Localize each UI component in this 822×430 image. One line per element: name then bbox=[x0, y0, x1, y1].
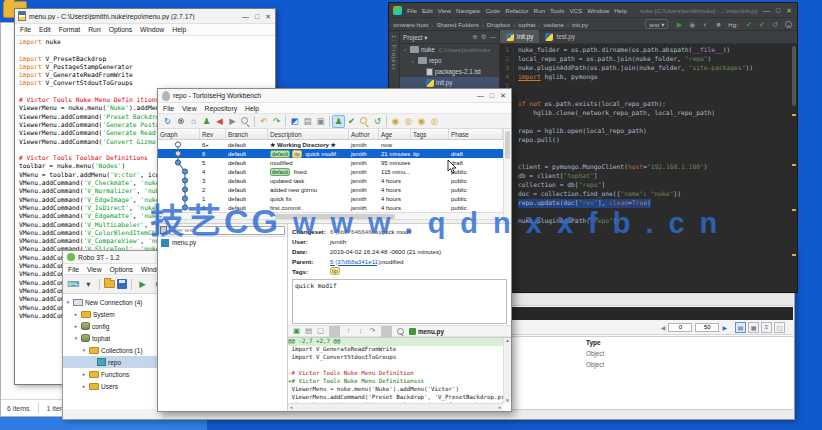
expander-icon[interactable]: ▸ bbox=[73, 323, 79, 329]
project-tree-item[interactable]: packages-2.1.lst bbox=[400, 66, 499, 77]
scroll-left-arrow[interactable]: ◂ bbox=[159, 213, 162, 219]
toolbar-icon[interactable]: ⌨ bbox=[67, 278, 80, 291]
toolbar-icon[interactable] bbox=[329, 116, 330, 127]
tree-item[interactable]: ▸ config bbox=[63, 320, 160, 332]
toolbar-icon[interactable]: ✔ bbox=[345, 115, 358, 128]
project-tree-item[interactable]: ▾ nuke C:\Users\jsmith\nuke bbox=[400, 44, 499, 55]
panel-icon[interactable]: ⊕ bbox=[472, 33, 477, 41]
toolbar-icon[interactable] bbox=[254, 116, 255, 127]
vcs-toolbar-icon[interactable] bbox=[783, 19, 793, 29]
toolbar-icon[interactable]: ▣ bbox=[291, 326, 302, 337]
expander-icon[interactable]: ▾ bbox=[65, 299, 71, 305]
close-button[interactable]: ✕ bbox=[500, 92, 506, 99]
toolbar-icon[interactable] bbox=[285, 116, 286, 127]
project-tree-item[interactable]: init.py bbox=[400, 77, 499, 88]
scrollbar-thumb[interactable] bbox=[792, 46, 796, 106]
tree-item[interactable]: ▸ System bbox=[63, 308, 160, 320]
run-config-dropdown[interactable]: test ▾ bbox=[645, 19, 668, 29]
view-mode-button[interactable]: ▤ bbox=[735, 322, 746, 333]
project-panel-title[interactable]: Project ▾ bbox=[403, 34, 469, 41]
menu-item[interactable]: Window bbox=[587, 7, 609, 14]
expander-icon[interactable]: ▸ bbox=[410, 58, 416, 64]
menu-item[interactable]: Navigate bbox=[456, 7, 480, 14]
menu-item[interactable]: Edit bbox=[39, 26, 51, 33]
vcs-toolbar-icon[interactable]: ↺ bbox=[770, 19, 780, 29]
expander-icon[interactable]: ▸ bbox=[73, 311, 79, 317]
project-tool-button[interactable]: 1: Project bbox=[391, 35, 397, 70]
close-button[interactable]: ✕ bbox=[786, 7, 792, 14]
toolbar-icon[interactable]: ↺ bbox=[371, 115, 384, 128]
toolbar-icon[interactable]: ◩ bbox=[288, 115, 301, 128]
column-header[interactable]: Rev bbox=[200, 129, 226, 139]
toolbar-icon[interactable]: ◉ bbox=[389, 115, 402, 128]
panel-icon[interactable]: — bbox=[490, 33, 497, 41]
editor-tab[interactable]: test.py bbox=[539, 30, 581, 43]
scroll-right-arrow[interactable]: ▸ bbox=[499, 405, 501, 410]
minimize-button[interactable]: — bbox=[477, 92, 484, 99]
commit-row[interactable]: 6 default defaulttip quick modif jsmith … bbox=[158, 149, 511, 158]
menu-item[interactable]: Help bbox=[172, 26, 186, 33]
table-vertical-scrollbar[interactable] bbox=[503, 129, 511, 223]
toolbar-icon[interactable]: ▣ bbox=[314, 115, 327, 128]
tree-item[interactable]: ▾ New Connection (4) bbox=[63, 296, 160, 308]
menu-item[interactable]: View bbox=[182, 105, 197, 112]
view-mode-button[interactable]: ≡ bbox=[761, 322, 772, 333]
menu-item[interactable]: Tools bbox=[550, 7, 564, 14]
column-header[interactable]: Graph bbox=[158, 129, 200, 139]
toolbar-icon[interactable]: ⌂ bbox=[187, 115, 200, 128]
toolbar-icon[interactable] bbox=[99, 279, 100, 290]
vcs-toolbar-icon[interactable]: ✔ bbox=[744, 19, 754, 29]
run-toolbar-icon[interactable]: ■ bbox=[713, 19, 723, 29]
page-prev-button[interactable]: ◀ bbox=[661, 324, 666, 331]
tortoisehg-title-bar[interactable]: repo - TortoiseHg Workbench — □ ✕ bbox=[158, 89, 511, 103]
commit-message-box[interactable]: quick modif bbox=[292, 279, 507, 324]
menu-item[interactable]: Help bbox=[614, 7, 627, 14]
scrollbar-thumb[interactable] bbox=[505, 131, 510, 159]
editor-tab[interactable]: init.py bbox=[500, 30, 539, 43]
commit-row[interactable]: 6+ default ★ Working Directory ★ jsmith … bbox=[158, 140, 511, 149]
toolbar-icon[interactable]: ♟ bbox=[332, 115, 345, 128]
toolbar-icon[interactable]: ↑ bbox=[343, 326, 354, 337]
toolbar-icon[interactable]: ⊗ bbox=[174, 115, 187, 128]
toolbar-icon[interactable]: ↷ bbox=[270, 115, 283, 128]
scroll-down-arrow[interactable]: ▼ bbox=[505, 398, 509, 403]
toolbar-icon[interactable]: ▶ bbox=[226, 115, 239, 128]
expander-icon[interactable]: ▾ bbox=[402, 47, 408, 53]
toolbar-icon[interactable]: ▢ bbox=[315, 326, 326, 337]
view-mode-button[interactable]: ▢ bbox=[774, 322, 785, 333]
filter-input[interactable] bbox=[169, 226, 285, 235]
column-header[interactable]: Phase bbox=[449, 129, 503, 139]
menu-item[interactable]: Repository bbox=[205, 105, 238, 112]
diff-view[interactable]: @@ -2,7 +2,7 @@ import V_GenerateReadFro… bbox=[288, 337, 511, 411]
scrollbar-thumb[interactable] bbox=[275, 214, 395, 219]
menu-item[interactable]: Run bbox=[88, 26, 100, 33]
menu-item[interactable]: Format bbox=[59, 26, 81, 33]
parent-link[interactable]: 5 (37d68a341e11) bbox=[330, 258, 380, 265]
tree-item[interactable]: ▸ Users bbox=[63, 380, 160, 392]
tree-item[interactable]: ▾ tophat bbox=[63, 332, 160, 344]
menu-item[interactable]: Options bbox=[110, 266, 133, 273]
breadcrumb-item[interactable]: Shared Folders bbox=[436, 21, 486, 28]
editor-scrollbar[interactable] bbox=[791, 44, 797, 292]
menu-item[interactable]: Code bbox=[485, 7, 500, 14]
commit-row[interactable]: 1 default quick fix jsmith 4 hours publi… bbox=[158, 194, 511, 203]
commit-row[interactable]: 2 default added new gizmo jsmith 4 hours… bbox=[158, 185, 511, 194]
toolbar-icon[interactable] bbox=[117, 279, 127, 289]
toolbar-icon[interactable]: ▤ bbox=[301, 115, 314, 128]
limit-input[interactable] bbox=[695, 323, 719, 332]
toolbar-icon[interactable] bbox=[358, 115, 371, 128]
expander-icon[interactable]: ▾ bbox=[81, 347, 87, 353]
toolbar-icon[interactable]: ↻ bbox=[161, 115, 174, 128]
diff-vertical-scrollbar[interactable]: ▲ ▼ bbox=[503, 338, 511, 403]
expander-icon[interactable]: ▾ bbox=[73, 335, 79, 341]
minimize-button[interactable]: — bbox=[763, 7, 770, 14]
tree-item[interactable]: repo bbox=[63, 356, 160, 368]
diff-horizontal-scrollbar[interactable]: ◂ ▸ bbox=[288, 403, 503, 411]
idle-title-bar[interactable]: menu.py - C:\Users\jsmith\.nuke\repo\men… bbox=[15, 9, 275, 24]
view-mode-button[interactable]: ▦ bbox=[748, 322, 759, 333]
toolbar-icon[interactable] bbox=[131, 279, 132, 290]
maximize-button[interactable]: □ bbox=[490, 92, 494, 99]
menu-item[interactable]: Run bbox=[534, 7, 545, 14]
maximize-button[interactable]: □ bbox=[776, 7, 780, 14]
toolbar-icon[interactable]: ↓ bbox=[355, 326, 366, 337]
